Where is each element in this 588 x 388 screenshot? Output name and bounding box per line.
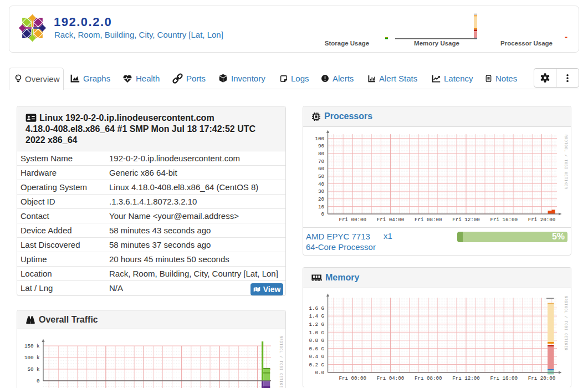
svg-text:90: 90: [318, 143, 324, 149]
svg-text:10: 10: [318, 204, 324, 210]
svg-text:RRDTOOL / TOBI OETIKER: RRDTOOL / TOBI OETIKER: [564, 135, 567, 190]
svg-text:100 k: 100 k: [24, 355, 40, 361]
svg-text:0: 0: [321, 211, 324, 217]
svg-text:40: 40: [318, 181, 324, 187]
svg-text:RRDTOOL / TOBI OETIKER: RRDTOOL / TOBI OETIKER: [564, 296, 567, 351]
svg-text:Fri 20:00: Fri 20:00: [528, 375, 556, 381]
svg-text:Fri 04:00: Fri 04:00: [377, 217, 405, 223]
svg-text:0.6 G: 0.6 G: [309, 346, 324, 352]
svg-text:20: 20: [318, 196, 324, 202]
svg-text:100: 100: [315, 136, 324, 142]
svg-text:0.0: 0.0: [315, 370, 324, 376]
svg-text:Fri 08:00: Fri 08:00: [415, 217, 442, 223]
svg-text:Fri 12:00: Fri 12:00: [452, 375, 480, 381]
svg-text:80: 80: [318, 151, 324, 157]
svg-text:1.0 G: 1.0 G: [309, 330, 324, 336]
svg-text:1.6 G: 1.6 G: [309, 305, 324, 312]
svg-text:Fri 00:00: Fri 00:00: [339, 217, 366, 223]
svg-text:Fri 16:00: Fri 16:00: [490, 375, 518, 381]
svg-text:50 k: 50 k: [27, 366, 40, 372]
svg-text:70: 70: [318, 159, 324, 165]
svg-text:1.2 G: 1.2 G: [309, 321, 324, 328]
svg-text:50: 50: [318, 173, 324, 180]
svg-text:0.8 G: 0.8 G: [309, 338, 324, 344]
svg-text:60: 60: [318, 166, 324, 172]
svg-text:Fri 16:00: Fri 16:00: [490, 217, 518, 223]
svg-text:RRDTOOL / TOBI OETIKER: RRDTOOL / TOBI OETIKER: [279, 336, 283, 388]
svg-text:1.4 G: 1.4 G: [309, 313, 324, 319]
svg-text:Fri 08:00: Fri 08:00: [415, 375, 442, 381]
svg-text:Fri 20:00: Fri 20:00: [528, 217, 556, 223]
svg-text:150 k: 150 k: [24, 343, 40, 349]
svg-text:0.4 G: 0.4 G: [309, 354, 324, 360]
svg-text:Fri 00:00: Fri 00:00: [339, 375, 366, 381]
svg-text:30: 30: [318, 188, 324, 195]
svg-text:Fri 12:00: Fri 12:00: [452, 217, 480, 223]
svg-text:0.2 G: 0.2 G: [309, 362, 324, 368]
svg-text:0: 0: [37, 378, 40, 384]
svg-text:Fri 04:00: Fri 04:00: [377, 375, 405, 381]
